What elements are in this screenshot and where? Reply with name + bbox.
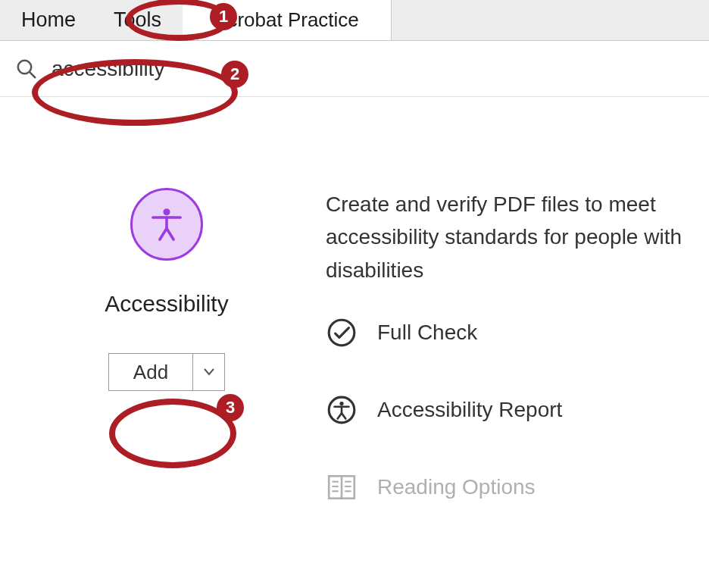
accessibility-icon xyxy=(130,188,203,261)
tab-bar: Home Tools Acrobat Practice xyxy=(0,0,709,41)
add-button[interactable]: Add xyxy=(108,353,193,391)
svg-line-1 xyxy=(30,72,35,77)
annotation-badge-1: 1 xyxy=(210,3,237,30)
tab-home[interactable]: Home xyxy=(0,0,97,40)
search-icon xyxy=(15,58,38,80)
annotation-badge-3: 3 xyxy=(217,394,244,421)
svg-point-2 xyxy=(163,208,170,215)
book-icon xyxy=(326,471,358,503)
tool-description: Create and verify PDF files to meet acce… xyxy=(326,188,682,286)
search-input[interactable] xyxy=(50,56,247,82)
tab-tools[interactable]: Tools xyxy=(97,0,183,40)
feature-accessibility-report[interactable]: Accessibility Report xyxy=(326,394,686,426)
person-circle-icon xyxy=(326,394,358,426)
tool-title: Accessibility xyxy=(105,291,228,317)
tools-main: Accessibility Add Create and verify PDF … xyxy=(0,97,709,503)
tool-card-accessibility: Accessibility Add xyxy=(68,188,265,503)
feature-full-check[interactable]: Full Check xyxy=(326,317,686,349)
feature-reading-options: Reading Options xyxy=(326,471,686,503)
svg-point-5 xyxy=(339,402,343,405)
svg-point-3 xyxy=(329,320,354,346)
annotation-badge-2: 2 xyxy=(221,61,248,88)
add-dropdown[interactable] xyxy=(193,353,225,391)
feature-label: Reading Options xyxy=(377,475,536,499)
feature-list: Full Check Accessibility Report xyxy=(326,317,686,503)
feature-label: Accessibility Report xyxy=(377,398,562,422)
feature-label: Full Check xyxy=(377,321,477,345)
chevron-down-icon xyxy=(204,368,214,376)
check-circle-icon xyxy=(326,317,358,349)
tab-empty xyxy=(392,0,709,40)
add-button-group: Add xyxy=(108,353,225,391)
tool-details: Create and verify PDF files to meet acce… xyxy=(326,188,709,503)
search-bar xyxy=(0,41,709,97)
